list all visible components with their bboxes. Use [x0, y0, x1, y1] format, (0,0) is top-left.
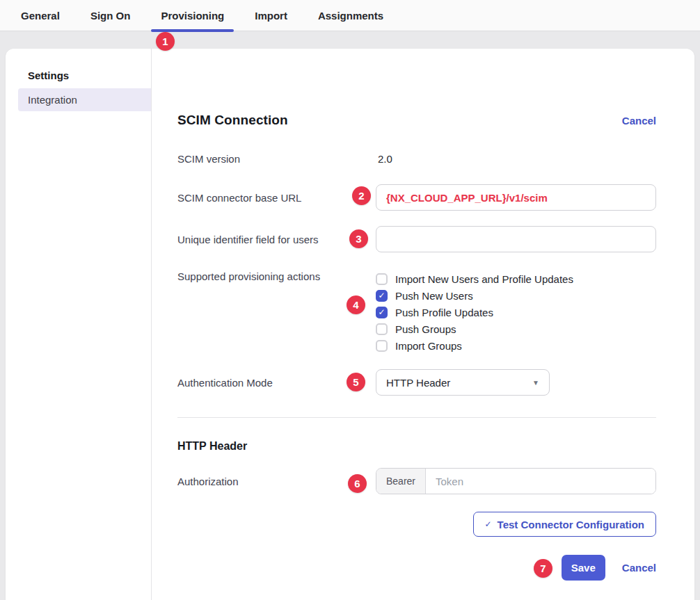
- unique-id-input[interactable]: [376, 226, 656, 252]
- auth-mode-selected-value: HTTP Header: [386, 377, 450, 389]
- unique-id-label: Unique identifier field for users: [177, 234, 376, 245]
- cancel-link-top[interactable]: Cancel: [622, 115, 656, 127]
- step-badge-3: 3: [349, 229, 368, 248]
- test-connector-row: ✓ Test Connector Configuration: [177, 512, 656, 537]
- tab-sign-on[interactable]: Sign On: [81, 0, 141, 31]
- checkbox-push-new-users[interactable]: ✓: [376, 290, 388, 302]
- checkbox-row-push-profile-updates[interactable]: ✓ Push Profile Updates: [376, 304, 656, 321]
- auth-mode-select[interactable]: HTTP Header ▼: [376, 369, 550, 396]
- checkbox-row-push-groups[interactable]: ✓ Push Groups: [376, 321, 656, 337]
- step-badge-2: 2: [352, 186, 371, 205]
- base-url-input[interactable]: [376, 184, 656, 211]
- scim-version-label: SCIM version: [177, 153, 376, 165]
- sidebar: Settings Integration: [6, 49, 152, 600]
- authorization-label: Authorization: [177, 476, 376, 487]
- provisioning-form: SCIM Connection Cancel SCIM version 2.0 …: [152, 49, 694, 600]
- step-badge-6: 6: [348, 474, 367, 493]
- save-row: Save Cancel: [177, 555, 656, 581]
- test-connector-label: Test Connector Configuration: [498, 519, 644, 530]
- tab-provisioning[interactable]: Provisioning: [151, 0, 234, 31]
- authorization-input-group: Bearer: [376, 468, 656, 494]
- chevron-down-icon: ▼: [532, 379, 539, 387]
- test-connector-button[interactable]: ✓ Test Connector Configuration: [473, 512, 656, 537]
- step-badge-4: 4: [347, 295, 365, 314]
- scim-version-row: SCIM version 2.0: [177, 153, 656, 165]
- tab-assignments[interactable]: Assignments: [308, 0, 393, 31]
- tab-general[interactable]: General: [11, 0, 70, 31]
- http-header-section-heading: HTTP Header: [177, 440, 656, 453]
- tab-import[interactable]: Import: [245, 0, 297, 31]
- section-divider: [177, 417, 656, 418]
- sidebar-item-integration[interactable]: Integration: [18, 88, 151, 111]
- check-icon: ✓: [485, 519, 492, 529]
- base-url-row: SCIM connector base URL: [177, 184, 656, 211]
- checkbox-push-groups[interactable]: ✓: [376, 323, 388, 335]
- content-card: Settings Integration SCIM Connection Can…: [6, 49, 694, 600]
- step-badge-5: 5: [347, 373, 365, 391]
- form-header: SCIM Connection Cancel: [177, 113, 656, 128]
- authorization-row: Authorization Bearer: [177, 468, 656, 494]
- provisioning-actions-label: Supported provisioning actions: [177, 270, 376, 282]
- provisioning-actions-list: ✓ Import New Users and Profile Updates ✓…: [376, 270, 656, 354]
- checkbox-row-import-users[interactable]: ✓ Import New Users and Profile Updates: [376, 270, 656, 287]
- step-badge-7: 7: [534, 559, 552, 578]
- base-url-label: SCIM connector base URL: [177, 192, 376, 204]
- checkbox-label: Import Groups: [395, 340, 462, 352]
- checkbox-import-users[interactable]: ✓: [376, 273, 388, 285]
- step-badge-1: 1: [156, 32, 175, 51]
- cancel-link-bottom[interactable]: Cancel: [622, 562, 656, 574]
- save-button[interactable]: Save: [562, 555, 605, 581]
- page-title: SCIM Connection: [177, 113, 288, 128]
- checkbox-row-push-new-users[interactable]: ✓ Push New Users: [376, 287, 656, 304]
- checkbox-label: Import New Users and Profile Updates: [395, 273, 573, 285]
- scim-version-value: 2.0: [376, 153, 656, 165]
- bearer-prefix: Bearer: [376, 469, 426, 494]
- checkbox-label: Push New Users: [395, 290, 473, 302]
- checkbox-label: Push Groups: [395, 323, 456, 335]
- provisioning-actions-row: Supported provisioning actions ✓ Import …: [177, 270, 656, 354]
- checkbox-label: Push Profile Updates: [395, 307, 493, 318]
- token-input[interactable]: [426, 469, 655, 494]
- unique-id-row: Unique identifier field for users: [177, 226, 656, 252]
- checkbox-row-import-groups[interactable]: ✓ Import Groups: [376, 337, 656, 354]
- checkbox-push-profile-updates[interactable]: ✓: [376, 307, 388, 318]
- auth-mode-row: Authentication Mode HTTP Header ▼: [177, 369, 656, 396]
- checkbox-import-groups[interactable]: ✓: [376, 340, 388, 352]
- app-tabbar: General Sign On Provisioning Import Assi…: [0, 0, 700, 31]
- sidebar-heading: Settings: [6, 70, 151, 88]
- page: General Sign On Provisioning Import Assi…: [0, 0, 700, 600]
